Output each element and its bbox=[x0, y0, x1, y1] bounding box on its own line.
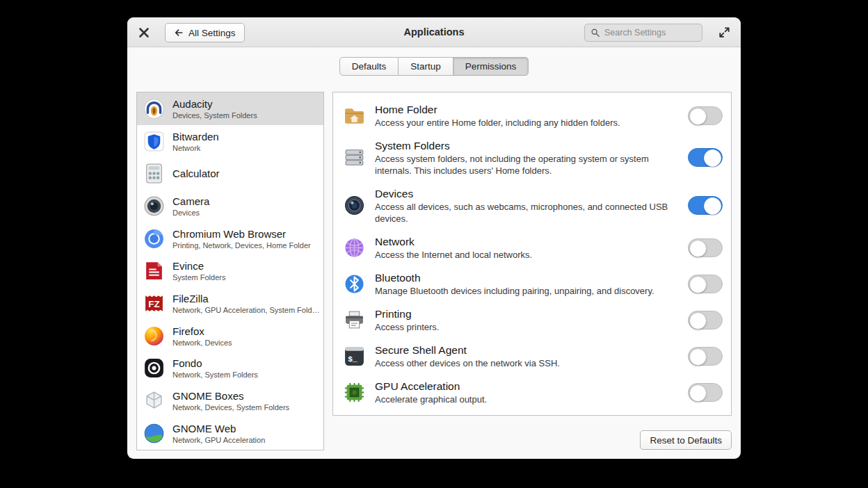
header-bar: Applications All Settings bbox=[127, 17, 741, 47]
toggle-devices[interactable] bbox=[688, 196, 723, 215]
permission-title: Bluetooth bbox=[375, 270, 679, 285]
permission-description: Accelerate graphical output. bbox=[375, 393, 679, 405]
chromium-icon bbox=[143, 227, 166, 250]
app-row-chromium-web-browser[interactable]: Chromium Web Browser Printing, Network, … bbox=[137, 222, 323, 255]
calculator-icon bbox=[143, 162, 166, 185]
permission-title: Home Folder bbox=[375, 102, 679, 117]
app-row-gnome-web[interactable]: GNOME Web Network, GPU Acceleration bbox=[137, 417, 323, 450]
app-permissions-summary: Network, Devices, System Folders bbox=[172, 402, 320, 412]
permission-description: Manage Bluetooth devices including pairi… bbox=[375, 285, 679, 297]
network-icon bbox=[343, 236, 366, 259]
permission-description: Access other devices on the network via … bbox=[375, 357, 679, 369]
back-arrow-icon bbox=[174, 28, 184, 38]
app-name: Firefox bbox=[172, 325, 320, 338]
reset-to-defaults-button[interactable]: Reset to Defaults bbox=[640, 430, 732, 450]
app-row-gnome-boxes[interactable]: GNOME Boxes Network, Devices, System Fol… bbox=[137, 384, 323, 417]
permission-row-system-folders: System Folders Access system folders, no… bbox=[333, 133, 731, 181]
app-permissions-summary: Devices, System Folders bbox=[172, 111, 320, 120]
app-name: Calculator bbox=[172, 167, 320, 180]
tab-startup[interactable]: Startup bbox=[399, 57, 453, 76]
app-row-calculator[interactable]: Calculator bbox=[137, 157, 323, 190]
audacity-icon bbox=[143, 97, 166, 120]
gpu-icon bbox=[343, 381, 366, 404]
app-name: GNOME Web bbox=[172, 422, 320, 435]
app-row-bitwarden[interactable]: Bitwarden Network bbox=[137, 125, 323, 158]
app-list: Audacity Devices, System Folders Bitward… bbox=[136, 92, 324, 450]
expand-icon[interactable] bbox=[718, 26, 731, 39]
toggle-printing[interactable] bbox=[688, 311, 723, 330]
permission-title: Secure Shell Agent bbox=[375, 343, 679, 357]
tab-defaults[interactable]: Defaults bbox=[339, 57, 399, 76]
app-name: Chromium Web Browser bbox=[172, 227, 320, 241]
app-permissions-summary: Network, GPU Acceleration, System Folder… bbox=[172, 305, 320, 315]
app-permissions-summary: Network bbox=[172, 143, 320, 153]
app-name: GNOME Boxes bbox=[172, 389, 320, 402]
tab-permissions[interactable]: Permissions bbox=[453, 57, 529, 76]
evince-icon bbox=[143, 259, 166, 282]
permission-row-network: Network Access the Internet and local ne… bbox=[333, 229, 731, 266]
firefox-icon bbox=[143, 325, 166, 348]
svg-text:FZ: FZ bbox=[148, 299, 159, 309]
permission-title: Printing bbox=[375, 307, 679, 321]
toggle-system-folders[interactable] bbox=[688, 148, 723, 167]
app-permissions-summary: Network, GPU Acceleration bbox=[172, 435, 320, 445]
printing-icon bbox=[343, 309, 366, 332]
toggle-gpu-acceleration[interactable] bbox=[688, 383, 723, 402]
app-name: Bitwarden bbox=[172, 130, 320, 143]
filezilla-icon: FZ bbox=[143, 292, 166, 315]
permissions-panel: Home Folder Access your entire Home fold… bbox=[332, 92, 732, 416]
toggle-bluetooth[interactable] bbox=[688, 275, 723, 293]
app-row-audacity[interactable]: Audacity Devices, System Folders bbox=[137, 92, 323, 125]
settings-window: Applications All Settings Defaults Start… bbox=[127, 17, 741, 459]
app-name: Fondo bbox=[172, 357, 320, 370]
search-icon bbox=[590, 28, 600, 38]
app-permissions-summary: Devices bbox=[172, 208, 320, 218]
app-permissions-summary: Printing, Network, Devices, Home Folder bbox=[172, 241, 320, 250]
search-box bbox=[584, 24, 702, 42]
app-row-fondo[interactable]: Fondo Network, System Folders bbox=[137, 352, 323, 385]
permission-description: Access the Internet and local networks. bbox=[375, 249, 679, 261]
app-permissions-summary: Network, System Folders bbox=[172, 370, 320, 380]
view-switcher: Defaults Startup Permissions bbox=[127, 57, 741, 76]
app-name: FileZilla bbox=[172, 292, 320, 305]
fondo-icon bbox=[143, 357, 166, 380]
permission-title: GPU Acceleration bbox=[375, 379, 679, 393]
permission-row-home-folder: Home Folder Access your entire Home fold… bbox=[333, 97, 731, 133]
bluetooth-icon bbox=[343, 273, 366, 295]
permission-row-secure-shell-agent: $_ Secure Shell Agent Access other devic… bbox=[333, 338, 731, 374]
gnome-web-icon bbox=[143, 422, 166, 445]
app-name: Evince bbox=[172, 259, 320, 273]
all-settings-button[interactable]: All Settings bbox=[165, 23, 245, 42]
app-row-camera[interactable]: Camera Devices bbox=[137, 190, 323, 222]
permission-title: System Folders bbox=[375, 138, 679, 153]
app-name: Camera bbox=[172, 195, 320, 208]
permission-description: Access printers. bbox=[375, 321, 679, 333]
app-permissions-summary: System Folders bbox=[172, 273, 320, 282]
app-row-firefox[interactable]: Firefox Network, Devices bbox=[137, 320, 323, 352]
gnome-boxes-icon bbox=[143, 389, 166, 412]
svg-text:$_: $_ bbox=[348, 355, 357, 363]
devices-icon bbox=[343, 194, 366, 217]
ssh-icon: $_ bbox=[343, 345, 366, 368]
all-settings-label: All Settings bbox=[188, 28, 236, 38]
home-folder-icon bbox=[343, 104, 366, 127]
permission-title: Devices bbox=[375, 186, 679, 201]
app-name: Audacity bbox=[172, 97, 320, 111]
close-icon[interactable] bbox=[136, 25, 152, 40]
search-input[interactable] bbox=[604, 28, 696, 38]
toggle-secure-shell-agent[interactable] bbox=[688, 347, 723, 366]
toggle-network[interactable] bbox=[688, 238, 723, 257]
permission-description: Access all devices, such as webcams, mic… bbox=[375, 201, 679, 225]
app-row-filezilla[interactable]: FZ FileZilla Network, GPU Acceleration, … bbox=[137, 287, 323, 320]
app-row-evince[interactable]: Evince System Folders bbox=[137, 254, 323, 287]
permission-description: Access system folders, not including the… bbox=[375, 153, 679, 177]
system-folders-icon bbox=[343, 146, 366, 169]
toggle-home-folder[interactable] bbox=[688, 106, 723, 125]
app-permissions-summary: Network, Devices bbox=[172, 338, 320, 348]
permission-title: Network bbox=[375, 234, 679, 249]
permission-description: Access your entire Home folder, includin… bbox=[375, 117, 679, 129]
permission-row-printing: Printing Access printers. bbox=[333, 302, 731, 338]
permission-row-bluetooth: Bluetooth Manage Bluetooth devices inclu… bbox=[333, 266, 731, 302]
camera-icon bbox=[143, 195, 166, 218]
bitwarden-icon bbox=[143, 130, 166, 153]
